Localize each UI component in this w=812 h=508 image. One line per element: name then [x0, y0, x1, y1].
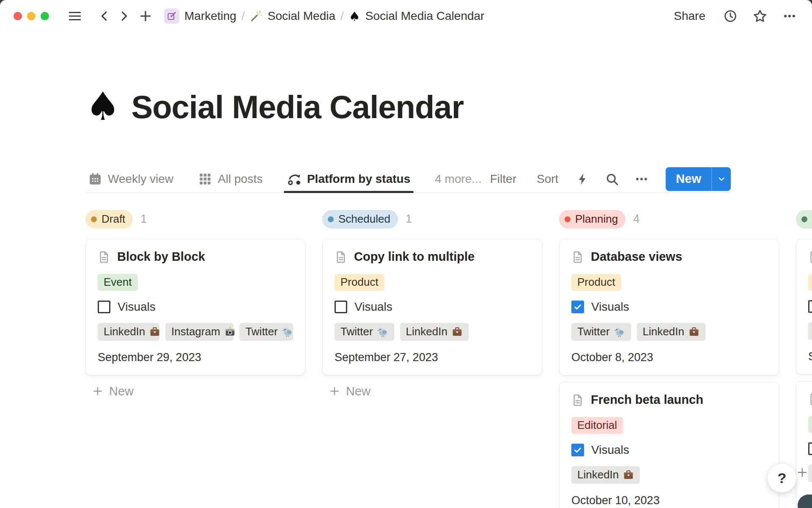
tab-weekly-view[interactable]: Weekly view	[85, 166, 176, 193]
new-page-icon[interactable]	[139, 9, 152, 23]
visuals-checkbox[interactable]	[808, 300, 812, 313]
status-dot-icon	[801, 216, 807, 222]
plus-icon	[329, 386, 340, 397]
tab-label: All posts	[218, 172, 263, 186]
column-status-label: Draft	[102, 213, 125, 226]
page-icon	[571, 251, 584, 263]
platform-tag: Twitter	[335, 323, 394, 341]
column-header: Planning4	[559, 210, 779, 229]
platform-tag: LinkedIn	[637, 323, 705, 341]
filter-button[interactable]: Filter	[488, 172, 519, 186]
visuals-checkbox[interactable]	[571, 301, 584, 313]
visuals-row	[808, 300, 812, 313]
sidebar-toggle-icon[interactable]	[68, 9, 82, 23]
spade-icon: ♠	[349, 9, 360, 24]
breadcrumb-separator: /	[340, 9, 344, 23]
view-options-icon[interactable]	[634, 172, 649, 186]
help-button[interactable]: ?	[767, 463, 797, 493]
card-date: October 8, 2023	[571, 351, 767, 364]
visuals-checkbox[interactable]	[98, 301, 110, 313]
automations-bolt-icon[interactable]	[576, 172, 590, 186]
table-view-icon	[198, 172, 212, 186]
board-view-icon	[287, 172, 302, 186]
tab-platform-by-status[interactable]: Platform by status	[285, 166, 413, 193]
breadcrumb: Marketing / Social Media / ♠ So	[164, 8, 484, 24]
breadcrumb-item-marketing[interactable]: Marketing	[164, 8, 236, 24]
status-dot-icon	[565, 216, 571, 222]
column-status-pill[interactable]: Draft	[85, 210, 133, 229]
tab-all-posts[interactable]: All posts	[195, 166, 265, 193]
column-new-button[interactable]: New	[326, 384, 373, 399]
board-card[interactable]: Block by BlockEventVisualsLinkedInInstag…	[85, 239, 305, 375]
calendar-view-icon	[88, 172, 102, 186]
card-title-row: Copy link to multiple	[335, 249, 530, 265]
new-dropdown-chevron-icon[interactable]	[711, 167, 731, 191]
category-tag: Editorial	[571, 417, 623, 434]
board-card[interactable]: Database viewsProductVisualsTwitterLinke…	[559, 239, 779, 375]
minimize-window-button[interactable]	[27, 12, 36, 20]
column-status-pill[interactable]: Planning	[559, 210, 625, 229]
bird-icon	[614, 326, 625, 337]
brush-badge-icon	[164, 8, 179, 24]
card-title-row	[808, 249, 812, 265]
zoom-window-button[interactable]	[41, 12, 49, 20]
camera-icon	[225, 326, 236, 337]
sort-button[interactable]: Sort	[534, 172, 561, 186]
column-status-pill[interactable]: Scheduled	[322, 210, 398, 229]
platform-label: LinkedIn	[406, 325, 447, 338]
status-dot-icon	[328, 216, 334, 222]
card-title-row	[808, 392, 812, 407]
briefcase-icon	[623, 469, 634, 480]
column-new-button[interactable]: New	[90, 384, 136, 399]
plus-icon	[92, 386, 103, 397]
new-label: New	[346, 384, 370, 398]
back-icon[interactable]	[98, 10, 111, 22]
board-column: SO	[796, 210, 812, 508]
card-title: French beta launch	[591, 393, 703, 407]
more-options-icon[interactable]	[782, 9, 797, 23]
platform-tag: LinkedIn	[571, 466, 640, 484]
platform-label: Twitter	[577, 325, 610, 338]
board-card[interactable]: Copy link to multipleProductVisualsTwitt…	[322, 239, 542, 375]
notion-window: Marketing / Social Media / ♠ So	[0, 0, 812, 508]
favorite-star-icon[interactable]	[753, 9, 767, 23]
forward-icon[interactable]	[118, 10, 130, 22]
topbar-actions: Share	[671, 9, 797, 23]
column-cards: Copy link to multipleProductVisualsTwitt…	[322, 239, 542, 375]
status-dot-icon	[91, 216, 97, 222]
share-button[interactable]: Share	[671, 9, 708, 23]
visuals-row: Visuals	[571, 443, 767, 457]
category-tag: Product	[571, 274, 621, 291]
page-spade-icon[interactable]: ♠	[85, 87, 120, 126]
breadcrumb-item-social-media[interactable]: Social Media	[250, 9, 335, 23]
breadcrumb-item-social-media-calendar[interactable]: ♠ Social Media Calendar	[349, 9, 485, 24]
window-controls	[14, 12, 49, 20]
new-button[interactable]: New	[666, 167, 711, 191]
breadcrumb-label: Social Media	[268, 9, 335, 23]
board: Draft1Block by BlockEventVisualsLinkedIn…	[0, 210, 812, 508]
board-card[interactable]: S	[796, 239, 812, 375]
platform-tag: Instagram	[165, 323, 233, 341]
view-tabs-bar: Weekly view All posts Platf	[85, 166, 731, 193]
page-icon	[808, 393, 812, 406]
board-card[interactable]: O	[796, 381, 812, 508]
tab-label: Weekly view	[108, 172, 173, 186]
board-column: Draft1Block by BlockEventVisualsLinkedIn…	[85, 210, 305, 399]
new-label: New	[109, 384, 134, 398]
page-title[interactable]: Social Media Calendar	[131, 88, 464, 125]
visuals-checkbox[interactable]	[808, 442, 812, 455]
card-title-row: Block by Block	[98, 249, 293, 265]
close-window-button[interactable]	[14, 12, 22, 20]
column-status-pill[interactable]	[796, 210, 812, 229]
updates-clock-icon[interactable]	[723, 9, 738, 23]
search-icon[interactable]	[605, 172, 619, 186]
visuals-checkbox[interactable]	[571, 444, 584, 456]
platform-label: Twitter	[340, 325, 373, 338]
breadcrumb-label: Social Media Calendar	[365, 9, 485, 23]
more-views-button[interactable]: 4 more...	[432, 172, 484, 186]
board-card[interactable]: French beta launchEditorialVisualsLinked…	[559, 382, 779, 508]
platform-tag	[808, 322, 812, 340]
platform-tag: Twitter	[571, 323, 631, 341]
visuals-checkbox[interactable]	[335, 301, 347, 313]
visuals-label: Visuals	[591, 443, 629, 457]
